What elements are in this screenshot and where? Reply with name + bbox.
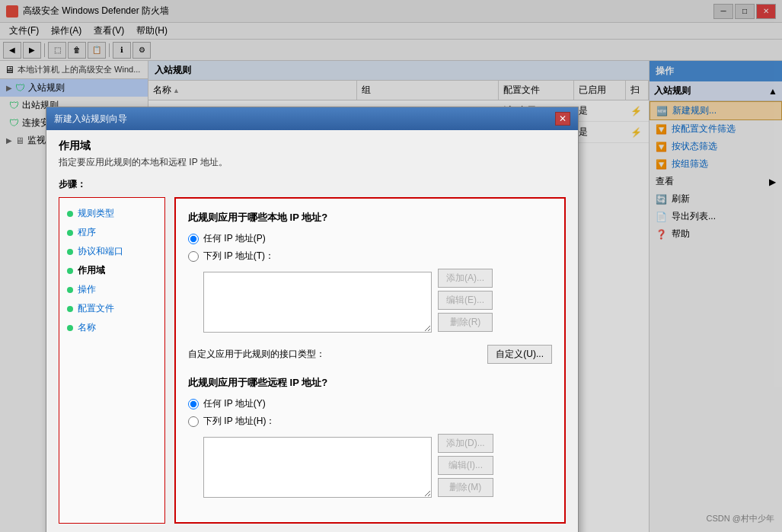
- dialog-title-text: 新建入站规则向导: [54, 113, 127, 126]
- local-ip-buttons: 添加(A)... 编辑(E)... 删除(R): [438, 269, 493, 332]
- local-ip-listbox[interactable]: [203, 272, 432, 333]
- step-scope[interactable]: 作用域: [65, 261, 158, 280]
- local-ip-list-radio[interactable]: [188, 251, 199, 262]
- remote-ip-any-row: 任何 IP 地址(Y): [188, 397, 552, 410]
- local-ip-delete-button[interactable]: 删除(R): [438, 313, 493, 332]
- dialog: 新建入站规则向导 ✕ 作用域 指定要应用此规则的本地和远程 IP 地址。 步骤：…: [46, 107, 579, 532]
- local-ip-edit-button[interactable]: 编辑(E)...: [438, 291, 493, 310]
- step-label-scope: 作用域: [78, 264, 105, 277]
- remote-ip-any-radio[interactable]: [188, 399, 199, 409]
- local-ip-radio-group: 任何 IP 地址(P) 下列 IP 地址(T)：: [188, 232, 552, 263]
- remote-ip-edit-button[interactable]: 编辑(I)...: [438, 456, 493, 475]
- remote-ip-listbox[interactable]: [203, 437, 432, 498]
- remote-ip-question: 此规则应用于哪些远程 IP 地址?: [188, 376, 552, 390]
- dialog-close-button[interactable]: ✕: [555, 112, 570, 126]
- step-label-rule-type: 规则类型: [78, 207, 114, 220]
- dialog-overlay: 新建入站规则向导 ✕ 作用域 指定要应用此规则的本地和远程 IP 地址。 步骤：…: [0, 0, 782, 532]
- dialog-title-bar: 新建入站规则向导 ✕: [46, 107, 578, 130]
- step-program[interactable]: 程序: [65, 223, 158, 242]
- step-dot-protocol: [67, 249, 73, 255]
- local-ip-any-label: 任何 IP 地址(P): [203, 232, 266, 245]
- remote-ip-any-label: 任何 IP 地址(Y): [203, 397, 266, 410]
- remote-ip-list-label: 下列 IP 地址(H)：: [203, 415, 275, 428]
- step-dot-action: [67, 287, 73, 293]
- step-label-program: 程序: [78, 226, 96, 239]
- customize-button[interactable]: 自定义(U)...: [487, 345, 552, 364]
- step-label-profile: 配置文件: [78, 302, 114, 315]
- remote-ip-row: 添加(D)... 编辑(I)... 删除(M): [188, 434, 552, 501]
- remote-ip-buttons: 添加(D)... 编辑(I)... 删除(M): [438, 434, 493, 497]
- step-dot-name: [67, 325, 73, 331]
- step-label-name: 名称: [78, 321, 96, 334]
- remote-ip-delete-button[interactable]: 删除(M): [438, 478, 493, 497]
- step-label-action: 操作: [78, 283, 96, 296]
- local-ip-add-button[interactable]: 添加(A)...: [438, 269, 493, 288]
- dialog-description: 指定要应用此规则的本地和远程 IP 地址。: [59, 156, 566, 169]
- customize-row: 自定义应用于此规则的接口类型： 自定义(U)...: [188, 345, 552, 364]
- remote-ip-list-row: 下列 IP 地址(H)：: [188, 415, 552, 428]
- customize-label: 自定义应用于此规则的接口类型：: [188, 348, 325, 361]
- local-ip-row: 添加(A)... 编辑(E)... 删除(R): [188, 269, 552, 336]
- dialog-body: 作用域 指定要应用此规则的本地和远程 IP 地址。 步骤： 规则类型 程序: [46, 130, 578, 532]
- remote-ip-list-radio[interactable]: [188, 416, 199, 427]
- local-ip-question: 此规则应用于哪些本地 IP 地址?: [188, 211, 552, 225]
- local-ip-any-radio[interactable]: [188, 234, 199, 244]
- local-ip-any-row: 任何 IP 地址(P): [188, 232, 552, 245]
- steps-panel: 规则类型 程序 协议和端口 作用域: [59, 197, 165, 524]
- dialog-section-title: 作用域: [59, 139, 566, 153]
- remote-ip-radio-group: 任何 IP 地址(Y) 下列 IP 地址(H)：: [188, 397, 552, 428]
- step-protocol-port[interactable]: 协议和端口: [65, 242, 158, 261]
- step-dot-rule-type: [67, 211, 73, 217]
- step-action[interactable]: 操作: [65, 280, 158, 299]
- step-rule-type[interactable]: 规则类型: [65, 204, 158, 223]
- step-label-protocol: 协议和端口: [78, 245, 123, 258]
- dialog-steps-label: 步骤：: [59, 178, 566, 191]
- main-content: 此规则应用于哪些本地 IP 地址? 任何 IP 地址(P) 下列 IP 地址(T…: [174, 197, 566, 524]
- step-name[interactable]: 名称: [65, 318, 158, 337]
- step-profile[interactable]: 配置文件: [65, 299, 158, 318]
- local-ip-list-label: 下列 IP 地址(T)：: [203, 250, 274, 263]
- step-dot-scope: [67, 268, 73, 274]
- dialog-content-area: 规则类型 程序 协议和端口 作用域: [59, 197, 566, 524]
- local-ip-list-row: 下列 IP 地址(T)：: [188, 250, 552, 263]
- remote-ip-add-button[interactable]: 添加(D)...: [438, 434, 493, 453]
- step-dot-profile: [67, 306, 73, 312]
- step-dot-program: [67, 230, 73, 236]
